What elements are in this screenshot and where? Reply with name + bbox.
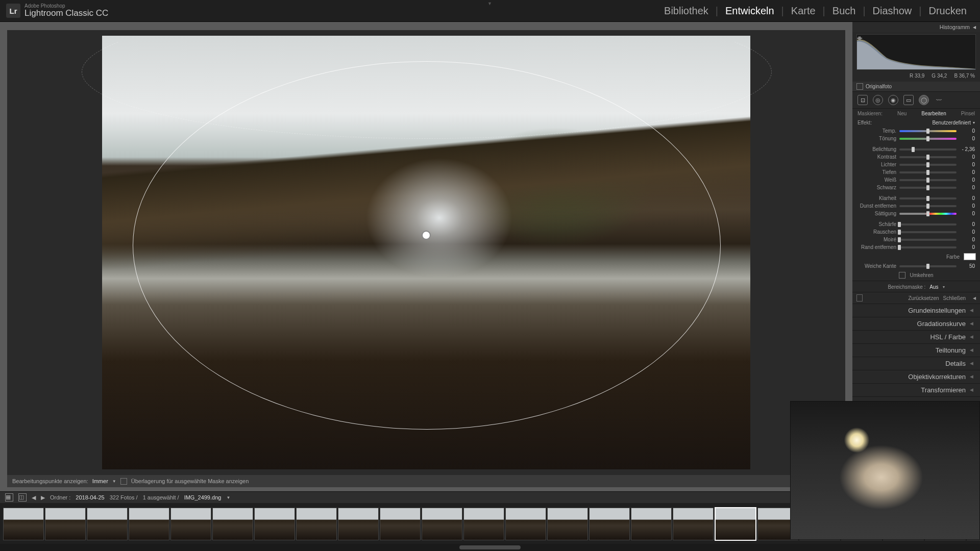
slider-randentfernen[interactable]: Rand entfernen 0: [852, 243, 980, 251]
panel-teiltonung[interactable]: Teiltonung ◀: [852, 343, 980, 357]
slider-dunstentfernen[interactable]: Dunst entfernen 0: [852, 202, 980, 210]
panel-objektivkorrekturen[interactable]: Objektivkorrekturen ◀: [852, 370, 980, 383]
slider-value[interactable]: 0: [960, 177, 975, 183]
collapse-icon[interactable]: ◀: [970, 387, 975, 393]
thumbnail[interactable]: [87, 508, 128, 540]
slider-value[interactable]: - 2,36: [960, 146, 975, 152]
slider-value[interactable]: 0: [960, 211, 975, 216]
compare-view-icon[interactable]: ◫: [18, 493, 27, 502]
thumbnail[interactable]: [338, 508, 379, 540]
chevron-down-icon[interactable]: ▾: [973, 120, 975, 125]
thumbnail[interactable]: [422, 508, 462, 540]
thumbnail[interactable]: [631, 508, 672, 540]
slider-klarheit[interactable]: Klarheit 0: [852, 194, 980, 202]
thumbnail[interactable]: [505, 508, 546, 540]
invert-checkbox[interactable]: [899, 272, 905, 279]
gradient-tool-icon[interactable]: ▭: [903, 95, 914, 105]
mask-tab-edit[interactable]: Bearbeiten: [921, 111, 946, 116]
thumbnail[interactable]: [463, 508, 504, 540]
radial-mask-ellipse[interactable]: [133, 61, 721, 430]
thumbnail[interactable]: [296, 508, 337, 540]
module-develop[interactable]: Entwickeln: [718, 5, 781, 17]
thumbnail[interactable]: [589, 508, 630, 540]
module-print[interactable]: Drucken: [922, 5, 974, 17]
slider-schrfe[interactable]: Schärfe 0: [852, 220, 980, 228]
panel-details[interactable]: Details ◀: [852, 357, 980, 370]
nav-prev-icon[interactable]: ◀: [32, 494, 36, 501]
collapse-icon[interactable]: ◀: [970, 361, 975, 367]
thumbnail[interactable]: [547, 508, 588, 540]
panel-transformieren[interactable]: Transformieren ◀: [852, 383, 980, 396]
slider-value[interactable]: 0: [960, 128, 975, 134]
effect-row[interactable]: Effekt: Benutzerdefiniert ▾: [852, 118, 980, 127]
slider-rauschen[interactable]: Rauschen 0: [852, 228, 980, 236]
radial-tool-icon[interactable]: ◯: [919, 95, 929, 105]
slider-value[interactable]: 0: [960, 162, 975, 167]
mask-pin-icon[interactable]: [422, 231, 431, 240]
chevron-down-icon[interactable]: ▼: [226, 495, 230, 500]
slider-temp[interactable]: Temp. 0: [852, 127, 980, 135]
panel-hslfarbe[interactable]: HSL / Farbe ◀: [852, 330, 980, 343]
slider-value[interactable]: 0: [960, 195, 975, 201]
thumbnail[interactable]: [212, 508, 253, 540]
reset-button[interactable]: Zurücksetzen: [909, 295, 939, 301]
thumbnail[interactable]: [380, 508, 421, 540]
mask-tab-brush[interactable]: Pinsel: [961, 111, 975, 116]
collapse-icon[interactable]: ◀: [973, 25, 976, 30]
slider-wei[interactable]: Weiß 0: [852, 176, 980, 184]
slider-value[interactable]: 0: [960, 237, 975, 242]
panel-gradationskurve[interactable]: Gradationskurve ◀: [852, 317, 980, 330]
thumbnail[interactable]: [3, 508, 44, 540]
slider-schwarz[interactable]: Schwarz 0: [852, 184, 980, 191]
effect-value[interactable]: Benutzerdefiniert: [932, 120, 971, 126]
thumbnail[interactable]: [254, 508, 295, 540]
slider-tiefen[interactable]: Tiefen 0: [852, 168, 980, 176]
slider-value[interactable]: 0: [960, 185, 975, 190]
highlight-clip-icon[interactable]: [856, 36, 974, 70]
thumbnail[interactable]: [170, 508, 211, 540]
slider-value[interactable]: 0: [960, 136, 975, 141]
mask-tab-new[interactable]: Neu: [897, 111, 906, 116]
slider-sttigung[interactable]: Sättigung 0: [852, 210, 980, 217]
slider-belichtung[interactable]: Belichtung - 2,36: [852, 145, 980, 153]
overlay-checkbox[interactable]: [120, 478, 127, 485]
slider-value[interactable]: 0: [960, 244, 975, 250]
range-mask-row[interactable]: Bereichsmaske : Aus ▾: [852, 281, 980, 292]
histogram[interactable]: [856, 34, 976, 70]
module-map[interactable]: Karte: [784, 5, 823, 17]
module-library[interactable]: Bibliothek: [657, 5, 716, 17]
color-swatch[interactable]: [964, 253, 976, 260]
collapse-icon[interactable]: ◀: [973, 296, 976, 300]
radial-mask-outer[interactable]: [82, 30, 772, 139]
thumbnail[interactable]: [715, 507, 756, 541]
chevron-down-icon[interactable]: ▼: [112, 479, 116, 484]
slider-value[interactable]: 0: [960, 221, 975, 227]
slider-lichter[interactable]: Lichter 0: [852, 161, 980, 168]
brush-tool-icon[interactable]: 〰: [934, 95, 943, 105]
bottom-scrollbar[interactable]: [0, 544, 980, 551]
collapse-icon[interactable]: ◀: [970, 347, 975, 354]
slider-kontrast[interactable]: Kontrast 0: [852, 153, 980, 161]
collapse-icon[interactable]: ◀: [970, 334, 975, 340]
feather-value[interactable]: 50: [960, 263, 975, 269]
collapse-icon[interactable]: ◀: [970, 374, 975, 380]
switch-icon[interactable]: [856, 294, 863, 302]
folder-name[interactable]: 2018-04-25: [76, 494, 104, 500]
thumbnail[interactable]: [129, 508, 169, 540]
thumbnail[interactable]: [673, 508, 714, 540]
range-mask-value[interactable]: Aus: [929, 284, 938, 290]
image-canvas[interactable]: [7, 30, 845, 475]
nav-next-icon[interactable]: ▶: [41, 494, 45, 501]
original-checkbox[interactable]: [856, 83, 863, 90]
close-button[interactable]: Schließen: [943, 295, 966, 301]
collapse-icon[interactable]: ◀: [970, 308, 975, 314]
grid-view-icon[interactable]: ▦: [5, 493, 13, 502]
chevron-down-icon[interactable]: ▾: [943, 285, 945, 289]
slider-moir[interactable]: Moiré 0: [852, 236, 980, 243]
slider-value[interactable]: 0: [960, 169, 975, 175]
feather-slider[interactable]: Weiche Kante 50: [852, 262, 980, 270]
slider-value[interactable]: 0: [960, 154, 975, 160]
thumbnail[interactable]: [45, 508, 86, 540]
panel-grundeinstellungen[interactable]: Grundeinstellungen ◀: [852, 304, 980, 317]
slider-value[interactable]: 0: [960, 203, 975, 209]
